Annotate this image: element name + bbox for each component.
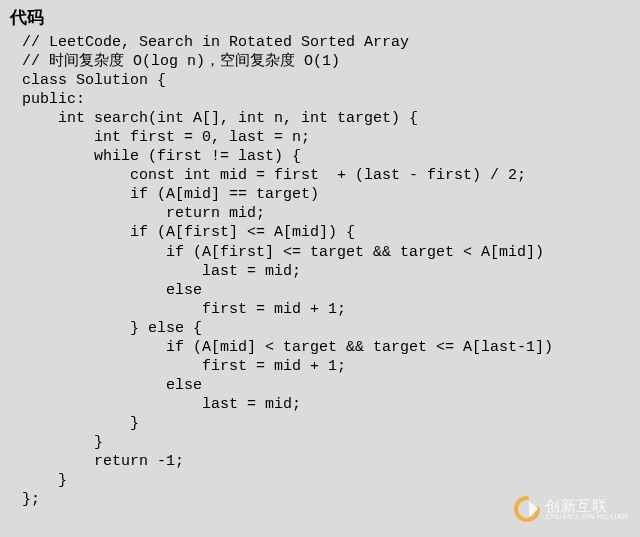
code-line: if (A[first] <= A[mid]) { (22, 224, 355, 241)
code-line: else (22, 377, 202, 394)
code-line: first = mid + 1; (22, 301, 346, 318)
code-line: // 时间复杂度 O(log n)，空间复杂度 O(1) (22, 53, 340, 70)
code-line: return mid; (22, 205, 265, 222)
watermark: 创新互联 CHUANG XIN HU LIAN (513, 495, 628, 523)
code-block: // LeetCode, Search in Rotated Sorted Ar… (0, 33, 640, 509)
code-line: if (A[mid] < target && target <= A[last-… (22, 339, 553, 356)
code-line: } (22, 472, 67, 489)
section-heading: 代码 (0, 0, 640, 33)
code-line: const int mid = first + (last - first) /… (22, 167, 526, 184)
code-line: else (22, 282, 202, 299)
code-line: last = mid; (22, 263, 301, 280)
watermark-brand: 创新互联 (545, 498, 628, 514)
code-line: first = mid + 1; (22, 358, 346, 375)
brand-logo-icon (513, 495, 541, 523)
code-line: // LeetCode, Search in Rotated Sorted Ar… (22, 34, 409, 51)
watermark-sub: CHUANG XIN HU LIAN (545, 513, 628, 520)
code-line: } (22, 415, 139, 432)
code-line: last = mid; (22, 396, 301, 413)
code-line: if (A[mid] == target) (22, 186, 319, 203)
code-line: public: (22, 91, 85, 108)
code-line: int search(int A[], int n, int target) { (22, 110, 418, 127)
code-line: } else { (22, 320, 202, 337)
code-line: }; (22, 491, 40, 508)
code-line: } (22, 434, 103, 451)
code-line: return -1; (22, 453, 184, 470)
code-line: while (first != last) { (22, 148, 301, 165)
code-line: int first = 0, last = n; (22, 129, 310, 146)
code-line: class Solution { (22, 72, 166, 89)
code-line: if (A[first] <= target && target < A[mid… (22, 244, 544, 261)
